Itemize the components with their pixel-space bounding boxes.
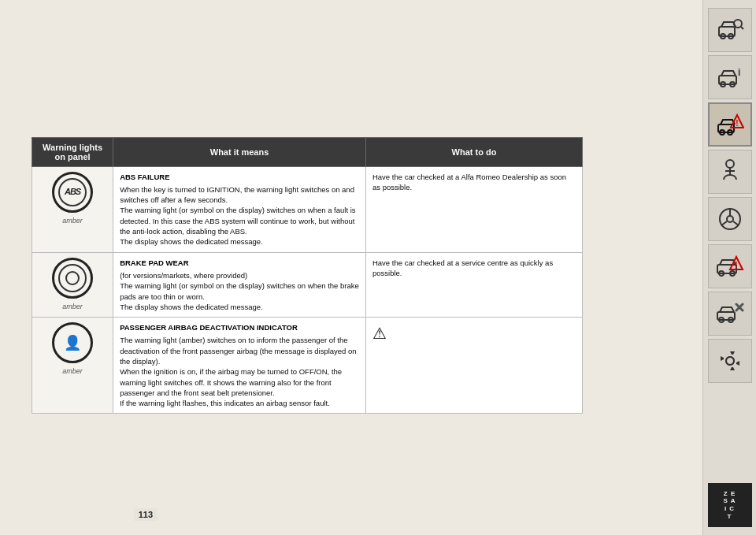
svg-line-21 (733, 221, 739, 225)
abs-what-to-do: Have the car checked at a Alfa Romeo Dea… (365, 166, 582, 252)
icon-cell-brake: amber (32, 252, 113, 317)
airbag-what-to-do: ⚠ (365, 318, 582, 414)
svg-point-18 (727, 216, 733, 222)
brake-section-title: BRAKE PAD WEAR (120, 258, 359, 268)
brake-warning-icon (52, 258, 93, 299)
col-header-todo: What to do (365, 137, 582, 166)
svg-point-3 (734, 20, 742, 28)
brake-circle (65, 271, 80, 285)
icon-cell-airbag: 👤 amber (32, 318, 113, 414)
svg-line-20 (721, 221, 727, 225)
sidebar-item-breakdown[interactable]: ! (708, 244, 752, 288)
table-row: amber BRAKE PAD WEAR (for versions/marke… (32, 252, 583, 317)
brake-what-it-means: BRAKE PAD WEAR (for versions/markets, wh… (113, 252, 366, 317)
person-icon: 👤 (64, 333, 81, 353)
sidebar-item-person[interactable] (708, 150, 752, 194)
abs-what-it-means: ABS FAILURE When the key is turned to IG… (113, 166, 366, 252)
svg-point-14 (726, 160, 734, 168)
brake-icon (58, 264, 87, 292)
table-row: 👤 amber PASSENGER AIRBAG DEACTIVATION IN… (32, 318, 583, 414)
table-row: ABS amber ABS FAILURE When the key is tu… (32, 166, 583, 252)
search-car-icon (716, 16, 744, 44)
sidebar-item-settings[interactable] (708, 339, 752, 383)
abs-icon: ABS (58, 178, 87, 206)
brake-what-to-do: Have the car checked at a service centre… (365, 252, 582, 317)
settings-gear-icon (716, 347, 744, 375)
car-info-icon: i (716, 63, 744, 91)
svg-line-4 (741, 27, 743, 29)
abs-section-title: ABS FAILURE (120, 172, 359, 182)
sidebar-item-search[interactable] (708, 8, 752, 52)
warning-light-icon: ! (716, 110, 744, 139)
main-content: Warning lights on panel What it means Wh… (0, 0, 702, 535)
abs-icon-label: amber (39, 216, 106, 226)
airbag-todo-icon: ⚠ (372, 325, 387, 342)
sidebar-item-steering[interactable] (708, 197, 752, 241)
svg-text:i: i (738, 67, 740, 78)
sidebar-bottom-label: Z ES AI CT (708, 483, 752, 527)
airbag-what-it-means: PASSENGER AIRBAG DEACTIVATION INDICATOR … (113, 318, 366, 414)
icon-cell-abs: ABS amber (32, 166, 113, 252)
steering-icon (716, 205, 744, 233)
person-icon (716, 158, 744, 186)
page-container: Warning lights on panel What it means Wh… (0, 0, 756, 535)
warning-table: Warning lights on panel What it means Wh… (32, 137, 583, 414)
sidebar-item-tools[interactable] (708, 292, 752, 336)
col-header-panel: Warning lights on panel (32, 137, 113, 166)
airbag-section-title: PASSENGER AIRBAG DEACTIVATION INDICATOR (120, 322, 359, 333)
sidebar-index-text: Z ES AI CT (723, 490, 736, 520)
abs-warning-icon: ABS (52, 172, 93, 213)
page-number: 113 (134, 508, 158, 521)
airbag-warning-icon: 👤 (52, 322, 93, 363)
right-sidebar: i ! (702, 0, 756, 535)
svg-text:!: ! (736, 119, 738, 128)
svg-text:!: ! (735, 261, 737, 269)
car-breakdown-icon: ! (716, 252, 744, 281)
sidebar-item-warning[interactable]: ! (708, 102, 752, 147)
airbag-icon-label: amber (39, 366, 106, 377)
svg-point-33 (726, 357, 734, 365)
brake-icon-label: amber (39, 302, 106, 312)
col-header-means: What it means (113, 137, 366, 166)
tools-icon (716, 299, 744, 328)
sidebar-item-info[interactable]: i (708, 55, 752, 99)
